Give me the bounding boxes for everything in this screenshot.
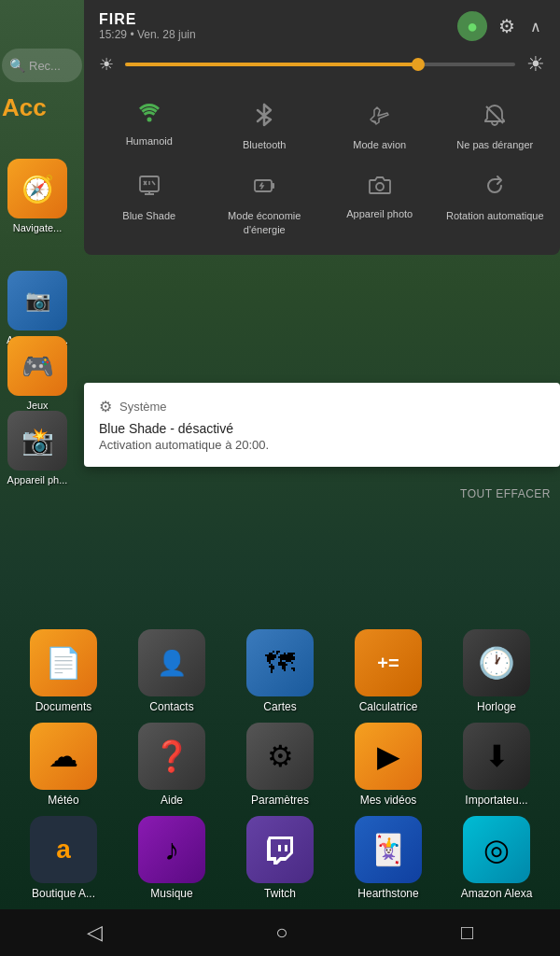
app-contacts[interactable]: 👤 Contacts [125,629,218,713]
rotation-label: Rotation automatique [446,209,544,222]
toggle-appareil-photo[interactable]: Appareil photo [322,162,438,247]
parametres-label: Paramètres [233,794,327,807]
notification-body: Activation automatique à 20:00. [99,438,545,452]
bluetooth-label: Bluetooth [243,138,286,151]
sidebar-item-navigator[interactable]: 🧭 Navigate... [0,159,75,233]
time: 15:29 [99,28,127,41]
app-horloge[interactable]: 🕐 Horloge [450,629,543,713]
search-label: Rec... [29,59,61,73]
documents-icon: 📄 [30,629,97,696]
calculatrice-icon: + = [355,629,422,696]
device-name: FIRE [99,11,450,28]
brightness-row: ☀ ☀ [84,45,560,84]
app-importateur[interactable]: ⬇ Importateu... [450,723,543,807]
app-hearthstone[interactable]: 🃏 Hearthstone [342,816,435,900]
app-twitch[interactable]: Twitch [233,816,327,900]
clear-all-button[interactable]: TOUT EFFACER [460,487,551,500]
navigator-label: Navigate... [13,222,63,233]
navigator-icon: 🧭 [7,159,67,218]
toggle-bluetooth[interactable]: Bluetooth [207,91,323,162]
toggle-blue-shade[interactable]: Blue Shade [91,162,207,247]
importateur-icon: ⬇ [463,723,530,790]
avatar[interactable]: ● [457,11,487,41]
brightness-slider[interactable] [125,63,515,66]
brightness-low-icon: ☀ [99,54,114,75]
app-amazon-alexa[interactable]: ◎ Amazon Alexa [450,816,543,900]
blue-shade-label: Blue Shade [122,209,175,222]
brightness-fill [125,63,418,66]
notification-card: ⚙ Système Blue Shade - désactivé Activat… [84,383,560,467]
app-meteo[interactable]: ☁ Météo [17,723,110,807]
cartes-label: Cartes [233,700,327,713]
importateur-label: Importateu... [450,794,543,807]
twitch-label: Twitch [233,887,327,900]
app-row-1: 📄 Documents 👤 Contacts 🗺 Cartes + = Calc… [9,629,551,713]
app-row-3: a Boutique A... ♪ Musique Twitch 🃏 Heart… [9,816,551,900]
sidebar-item-amazon-photos[interactable]: 📷 Amazon Ph... [0,271,75,345]
amazon-alexa-icon: ◎ [463,816,530,883]
back-button[interactable]: ◁ [79,913,110,952]
app-cartes[interactable]: 🗺 Cartes [233,629,327,713]
svg-point-9 [376,183,384,190]
sidebar-item-appareil-ph[interactable]: 📸 Appareil ph... [0,411,75,485]
ne-pas-deranger-label: Ne pas déranger [456,138,533,151]
acc-label: Acc [2,93,47,122]
musique-label: Musique [125,887,218,900]
home-button[interactable]: ○ [268,913,295,952]
qs-title-section: FIRE 15:29 • Ven. 28 juin [99,11,450,41]
app-calculatrice[interactable]: + = Calculatrice [342,629,435,713]
amazon-alexa-label: Amazon Alexa [450,887,543,900]
mode-economie-label: Mode économie d'énergie [211,209,319,236]
hearthstone-label: Hearthstone [342,887,435,900]
mode-economie-icon [252,174,276,204]
meteo-label: Météo [17,794,110,807]
jeux-label: Jeux [26,400,48,411]
appareil-photo-icon [368,174,392,202]
appareil-ph-icon: 📸 [7,411,67,471]
meteo-icon: ☁ [30,723,97,790]
toggle-mode-avion[interactable]: Mode avion [322,91,438,162]
toggle-mode-economie[interactable]: Mode économie d'énergie [207,162,323,247]
parametres-icon: ⚙ [246,723,314,790]
toggle-rotation[interactable]: Rotation automatique [438,162,553,247]
mes-videos-icon: ▶ [355,723,422,790]
app-aide[interactable]: ❓ Aide [125,723,218,807]
aide-label: Aide [125,794,218,807]
recent-apps-button[interactable]: □ [454,913,481,952]
horloge-label: Horloge [450,700,543,713]
app-boutique-amazon[interactable]: a Boutique A... [17,816,110,900]
bluetooth-icon [255,103,273,133]
blue-shade-icon [137,174,161,204]
contacts-label: Contacts [125,700,218,713]
app-parametres[interactable]: ⚙ Paramètres [233,723,327,807]
app-musique[interactable]: ♪ Musique [125,816,218,900]
navigation-bar: ◁ ○ □ [0,909,560,956]
mode-avion-label: Mode avion [353,138,406,151]
chevron-up-icon[interactable]: ∧ [526,14,545,39]
quick-settings-panel: FIRE 15:29 • Ven. 28 juin ● ⚙ ∧ ☀ ☀ [84,0,560,255]
notification-app: Système [119,400,167,414]
amazon-photos-icon: 📷 [7,271,67,330]
separator: • [130,28,133,41]
toggle-grid: Humanoid Bluetooth Mode avion [84,84,560,255]
app-documents[interactable]: 📄 Documents [17,629,110,713]
brightness-thumb [412,58,425,71]
notification-system-icon: ⚙ [99,398,112,415]
appareil-photo-label: Appareil photo [346,207,413,220]
time-date: 15:29 • Ven. 28 juin [99,28,450,41]
sidebar-item-jeux[interactable]: 🎮 Jeux [0,336,75,411]
app-mes-videos[interactable]: ▶ Mes vidéos [342,723,435,807]
humanoid-label: Humanoid [126,134,173,148]
avatar-indicator: ● [467,16,478,37]
toggle-humanoid[interactable]: Humanoid [91,91,207,162]
toggle-ne-pas-deranger[interactable]: Ne pas déranger [438,91,553,162]
twitch-icon [246,816,314,883]
app-grid: 📄 Documents 👤 Contacts 🗺 Cartes + = Calc… [0,629,560,909]
settings-icon[interactable]: ⚙ [495,11,519,41]
mes-videos-label: Mes vidéos [342,794,435,807]
horloge-icon: 🕐 [463,629,530,696]
aide-icon: ❓ [138,723,205,790]
humanoid-wifi-icon [137,103,161,129]
brightness-high-icon: ☀ [526,52,545,77]
musique-icon: ♪ [138,816,205,883]
